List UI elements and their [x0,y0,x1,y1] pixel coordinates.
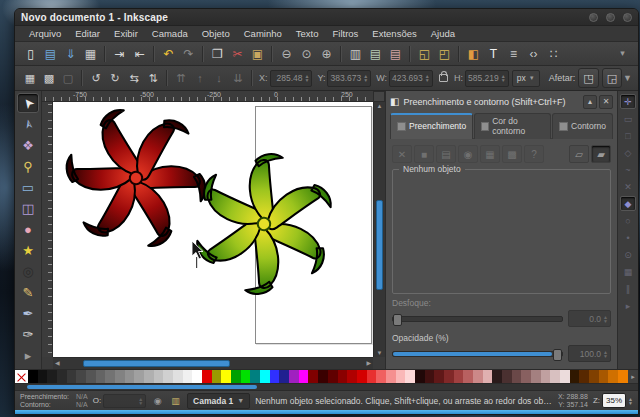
undo-icon[interactable]: ↶ [159,44,178,63]
palette-swatch[interactable] [144,370,154,383]
palette-swatch[interactable] [183,370,193,383]
rotate-ccw-icon[interactable]: ↺ [87,69,105,87]
swatch-button[interactable]: ▩ [502,145,522,163]
menu-editar[interactable]: Editar [69,27,106,40]
fill-rule-nonzero-button[interactable]: ▰ [591,145,611,163]
text-dialog-icon[interactable]: T [484,44,503,63]
palette-swatch[interactable] [512,370,522,383]
raise-top-icon[interactable]: ⇈ [172,69,190,87]
affect-scale-corners-toggle[interactable]: ◲ [602,68,622,88]
menu-caminho[interactable]: Caminho [238,27,288,40]
palette-swatch[interactable] [541,370,551,383]
menu-camada[interactable]: Camada [146,27,194,40]
zoom-drawing-icon[interactable]: ⊕ [317,44,336,63]
menu-extensoes[interactable]: Extensões [366,27,422,40]
snap-bbox-edge-icon[interactable]: □ [620,128,636,143]
palette-scrollbar[interactable] [15,383,638,390]
palette-swatch[interactable] [212,370,222,383]
x-spinbox[interactable]: 285.48▲▼ [270,70,313,87]
copy-icon[interactable]: ❐ [208,44,227,63]
palette-swatch[interactable] [76,370,86,383]
deselect-icon[interactable]: ▢ [59,69,77,87]
zoom-spin-arrows[interactable]: ▲▼ [628,397,633,405]
ungroup-icon[interactable]: ◰ [435,44,454,63]
palette-swatch[interactable] [483,370,493,383]
blur-spinbox[interactable]: 0.0▲▼ [568,310,611,327]
export-icon[interactable]: ⇤ [130,44,149,63]
linear-gradient-button[interactable]: ▤ [436,145,456,163]
palette-swatch[interactable] [473,370,483,383]
menu-ajuda[interactable]: Ajuda [425,27,461,40]
dock-close-button[interactable]: ✕ [599,95,613,109]
vertical-scrollbar[interactable]: ▲ ▼ [373,102,385,357]
palette-swatch[interactable] [376,370,386,383]
tab-contorno[interactable]: Contorno [552,113,613,139]
lower-icon[interactable]: ↓ [210,69,228,87]
group-icon[interactable]: ◱ [415,44,434,63]
palette-swatch[interactable] [260,370,270,383]
lower-bottom-icon[interactable]: ⇊ [229,69,247,87]
palette-swatch[interactable] [560,370,570,383]
vscroll-thumb[interactable] [376,200,383,290]
menu-texto[interactable]: Texto [290,27,325,40]
palette-swatch[interactable] [289,370,299,383]
pencil-tool[interactable]: ✎ [17,282,39,302]
layer-selector[interactable]: Camada 1▼ [187,393,250,409]
duplicate-icon[interactable]: ▥ [346,44,365,63]
canvas[interactable] [53,102,373,357]
new-document-icon[interactable]: ▯ [21,44,40,63]
print-icon[interactable]: ▦ [81,44,100,63]
palette-swatch[interactable] [299,370,309,383]
star-tool[interactable]: ★ [17,240,39,260]
create-clone-icon[interactable]: ▤ [366,44,385,63]
raise-icon[interactable]: ↑ [191,69,209,87]
zoom-spinbox[interactable]: 35% [602,393,626,408]
save-document-icon[interactable]: ⇓ [61,44,80,63]
palette-swatch[interactable] [492,370,502,383]
palette-scroll-thumb[interactable] [27,385,257,389]
snap-center-icon[interactable]: ⊙ [620,247,636,262]
fill-stroke-dialog-icon[interactable]: ◧ [464,44,483,63]
palette-swatch[interactable] [318,370,328,383]
toolctl-overflow-icon[interactable]: ▼ [623,73,632,83]
pattern-button[interactable]: ▦ [480,145,500,163]
palette-swatch[interactable] [579,370,589,383]
palette-swatch[interactable] [347,370,357,383]
palette-swatch[interactable] [415,370,425,383]
palette-swatch[interactable] [444,370,454,383]
palette-swatch[interactable] [434,370,444,383]
palette-swatch[interactable] [154,370,164,383]
unknown-paint-button[interactable]: ? [524,145,544,163]
tab-cor-do-contorno[interactable]: Cor do contorno [474,113,551,139]
layer-visibility-icon[interactable]: ◉ [151,394,164,407]
select-all-layers-icon[interactable]: ▩ [40,69,58,87]
zoom-out-icon[interactable]: ⊖ [277,44,296,63]
lock-ratio-icon[interactable] [439,74,448,82]
palette-swatch[interactable] [163,370,173,383]
palette-swatch[interactable] [134,370,144,383]
no-paint-button[interactable]: ✕ [392,145,412,163]
maximize-button[interactable] [606,13,615,22]
style-indicator[interactable]: Preenchimento:N/A Contorno:N/A [20,393,88,409]
palette-swatch[interactable] [608,370,618,383]
palette-swatch[interactable] [454,370,464,383]
toolbar-overflow-icon[interactable]: ▾ [613,44,632,63]
cut-icon[interactable]: ✂ [228,44,247,63]
blur-slider[interactable] [392,316,563,322]
palette-swatch[interactable] [531,370,541,383]
scroll-down-icon[interactable]: ▼ [374,350,385,356]
palette-swatch[interactable] [250,370,260,383]
palette-swatch[interactable] [270,370,280,383]
paste-icon[interactable]: ▣ [248,44,267,63]
scroll-right-icon[interactable]: ▶ [366,359,371,366]
palette-swatch[interactable] [38,370,48,383]
horizontal-scrollbar[interactable]: ◀ ▶ [53,357,373,369]
align-dialog-icon[interactable]: ∷ [544,44,563,63]
palette-swatch[interactable] [328,370,338,383]
close-button[interactable] [623,13,632,22]
selector-tool[interactable]: ➤ [17,93,39,113]
object-opacity-spinbox[interactable]: ▲▼ [103,394,146,408]
flip-horizontal-icon[interactable]: ⇆ [125,69,143,87]
tweak-tool[interactable]: ❖ [17,135,39,155]
palette-swatch[interactable] [599,370,609,383]
